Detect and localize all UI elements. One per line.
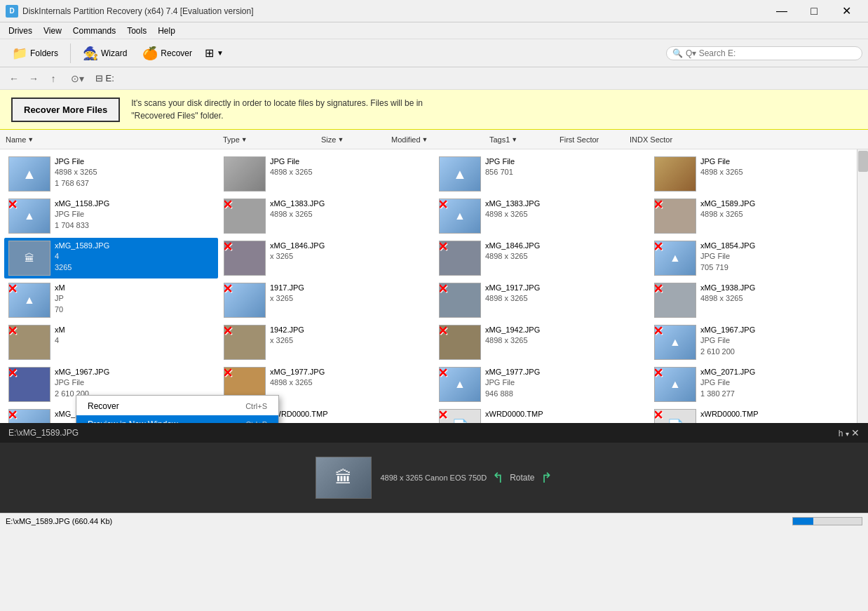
file-item[interactable]: JPG File 4898 x 3265 <box>219 154 433 194</box>
file-item[interactable]: ✕ ▲ xMG_1854.JPG JPG File705 719 <box>650 238 864 278</box>
menu-drives[interactable]: Drives <box>3 25 38 37</box>
file-item[interactable]: ✕ xMG_1917.JPG 4898 x 3265 <box>435 280 649 321</box>
file-item[interactable]: ✕ xM 4 <box>4 322 218 363</box>
file-thumbnail: ✕ ▲ <box>654 367 696 402</box>
file-item[interactable]: ✕ xMG_1942.JPG 4898 x 3265 <box>435 322 649 363</box>
file-item[interactable]: ✕ xMG_1846.JPG 4898 x 3265 <box>435 238 649 278</box>
file-name: xMG_1589.JPG <box>700 199 755 209</box>
col-name[interactable]: Name ▼ <box>3 135 220 144</box>
preview-thumbnail: 🏛 <box>316 457 372 499</box>
recover-banner: Recover More Files It's scans your disk … <box>0 90 868 130</box>
file-item[interactable]: ✕ 1942.JPG x 3265 <box>219 322 433 363</box>
file-item-selected[interactable]: 🏛 xMG_1589.JPG 43265 <box>4 238 218 278</box>
recover-button[interactable]: 🍊 Recover <box>136 42 198 65</box>
file-detail: JPG File2 610 200 <box>700 335 755 357</box>
scrollbar-thumb[interactable] <box>858 151 868 172</box>
file-thumbnail: ▲ <box>8 156 50 192</box>
file-name: xM <box>55 283 65 293</box>
file-detail: JPG File946 888 <box>485 377 540 399</box>
file-item[interactable]: ✕ 1917.JPG x 3265 <box>219 280 433 321</box>
file-item[interactable]: ✕ xMG_1589.JPG 4898 x 3265 <box>650 196 864 236</box>
recover-more-files-button[interactable]: Recover More Files <box>11 98 120 122</box>
file-item[interactable]: ✕ xMG_1383.JPG 4898 x 3265 <box>219 196 433 236</box>
file-item[interactable]: ✕ xMG_1846.JPG x 3265 <box>219 238 433 278</box>
menu-tools[interactable]: Tools <box>121 25 152 37</box>
preview-h-button[interactable]: h <box>839 429 843 438</box>
history-button[interactable]: ⊙▾ <box>65 70 90 87</box>
menu-help[interactable]: Help <box>152 25 181 37</box>
file-name: xMG_1846.JPG <box>485 241 540 251</box>
file-item[interactable]: ✕ ▲ xMG_1383.JPG 4898 x 3265 <box>435 196 649 236</box>
menu-commands[interactable]: Commands <box>67 25 121 37</box>
scrollbar-v[interactable] <box>857 149 868 423</box>
file-item[interactable]: ▲ JPG File 856 701 <box>435 154 649 194</box>
ctx-recover[interactable]: Recover Ctrl+S <box>76 397 278 415</box>
back-button[interactable]: ← <box>6 70 22 87</box>
file-item[interactable]: ✕ 📄 xWRD0000.TMP <box>435 406 649 423</box>
col-type[interactable]: Type ▼ <box>220 135 318 144</box>
col-modified[interactable]: Modified ▼ <box>388 135 487 144</box>
menu-view[interactable]: View <box>38 25 67 37</box>
preview-details: 4898 x 3265 Canon EOS 750D ↰ Rotate ↱ <box>380 469 552 486</box>
file-detail: x 3265 <box>270 251 325 262</box>
file-item[interactable]: ✕ ▲ xMG_1158.JPG JPG File1 704 833 <box>4 196 218 236</box>
file-thumbnail: ✕ ▲ <box>439 367 481 402</box>
delete-marker: ✕ <box>439 409 448 423</box>
file-detail: JPG File1 704 833 <box>55 209 109 231</box>
file-item[interactable]: ✕ ▲ xMG_1967.JPG JPG File2 610 200 <box>650 322 864 363</box>
file-item[interactable]: ✕ ▲ xMG_2071.JPG JPG File1 380 277 <box>650 364 864 405</box>
file-name: xMG_1854.JPG <box>700 241 755 251</box>
rotate-right-button[interactable]: ↱ <box>541 469 552 486</box>
file-item[interactable]: ▲ JPG File 4898 x 32651 768 637 <box>4 154 218 194</box>
preview-close-button[interactable]: ✕ <box>851 427 860 438</box>
search-input[interactable] <box>686 48 856 58</box>
file-name: xMG_1967.JPG <box>55 367 109 377</box>
search-box[interactable]: 🔍 <box>666 46 862 60</box>
file-detail: 4898 x 3265 <box>485 293 540 304</box>
file-thumbnail: 🏛 <box>8 241 50 276</box>
col-first-sector[interactable]: First Sector <box>557 135 627 144</box>
status-progress-fill <box>793 518 813 525</box>
preview-controls: h ▾ ✕ <box>839 427 860 438</box>
delete-marker: ✕ <box>439 199 448 213</box>
file-info: xMG_1977.JPG 4898 x 3265 <box>270 367 325 389</box>
file-name: JPG File <box>700 156 743 167</box>
title-bar: D DiskInternals Partition Recovery (x64)… <box>0 0 868 22</box>
rotate-left-button[interactable]: ↰ <box>492 469 504 486</box>
file-item[interactable]: ✕ 📄 xWRD0000.TMP <box>650 406 864 423</box>
preview-dropdown-button[interactable]: ▾ <box>846 430 849 438</box>
file-item[interactable]: JPG File 4898 x 3265 <box>650 154 864 194</box>
file-info: JPG File 4898 x 3265 <box>700 156 743 178</box>
file-info: xMG_1383.JPG 4898 x 3265 <box>270 199 325 220</box>
file-info: xMG_1846.JPG x 3265 <box>270 241 325 262</box>
col-indx-sector[interactable]: INDX Sector <box>627 135 854 144</box>
file-detail: x 3265 <box>270 293 304 304</box>
delete-marker: ✕ <box>224 367 233 381</box>
ctx-preview[interactable]: Preview in New Window Ctrl+P <box>76 415 278 423</box>
maximize-button[interactable]: □ <box>798 0 830 22</box>
file-info: xMG_1158.JPG JPG File1 704 833 <box>55 199 109 231</box>
close-button[interactable]: ✕ <box>830 0 862 22</box>
delete-marker: ✕ <box>439 367 448 381</box>
file-info: JPG File 4898 x 32651 768 637 <box>55 156 97 189</box>
minimize-button[interactable]: — <box>766 0 798 22</box>
file-name: JPG File <box>55 156 97 167</box>
view-toggle-button[interactable]: ⊞ ▼ <box>201 44 227 62</box>
file-item[interactable]: ✕ ▲ xMG_1977.JPG JPG File946 888 <box>435 364 649 405</box>
wizard-button[interactable]: 🧙 Wizard <box>76 42 133 65</box>
col-tags[interactable]: Tags1 ▼ <box>487 135 557 144</box>
search-icon: 🔍 <box>672 48 683 58</box>
up-button[interactable]: ↑ <box>45 70 62 87</box>
folders-button[interactable]: 📁 Folders <box>6 42 65 65</box>
file-item[interactable]: ✕ ▲ xM JP70 <box>4 280 218 321</box>
file-thumbnail: ✕ ▲ <box>8 409 50 423</box>
file-thumbnail: ✕ <box>439 283 481 318</box>
file-thumbnail: ✕ 📄 <box>654 409 696 423</box>
file-thumbnail: ✕ <box>224 283 266 318</box>
folders-label: Folders <box>30 48 58 58</box>
file-grid[interactable]: ▲ JPG File 4898 x 32651 768 637 JPG File… <box>0 149 868 423</box>
file-item[interactable]: ✕ xMG_1938.JPG 4898 x 3265 <box>650 280 864 321</box>
forward-button[interactable]: → <box>25 70 42 87</box>
col-size[interactable]: Size ▼ <box>318 135 388 144</box>
file-detail: 4898 x 3265 <box>485 209 540 220</box>
